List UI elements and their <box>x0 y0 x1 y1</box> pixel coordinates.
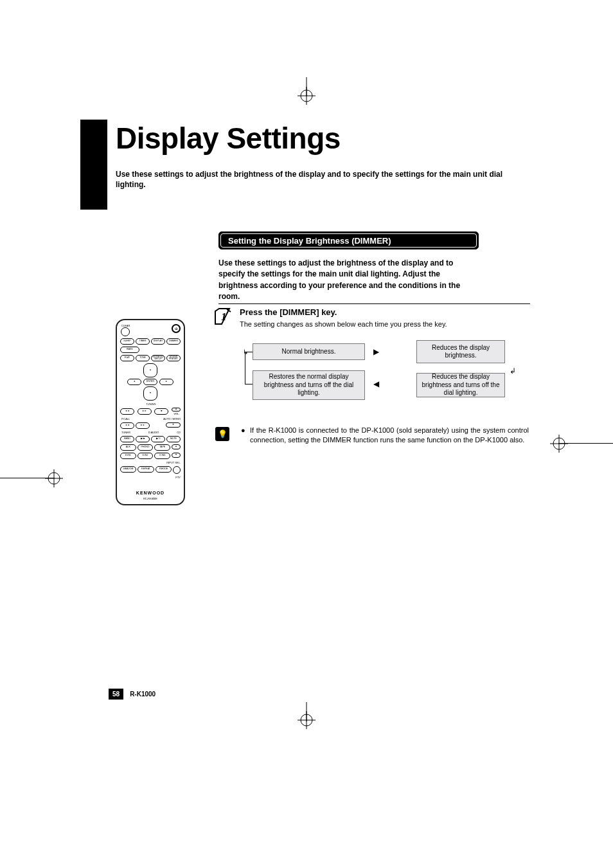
automono-label: AUTO / MONO <box>163 417 181 420</box>
step-number-icon: 1 <box>214 307 232 325</box>
crop-line <box>0 478 55 478</box>
crop-mark-left <box>45 469 63 487</box>
tuning-label: TUNING <box>121 402 181 406</box>
tape-button: TAPE <box>154 444 170 451</box>
page-footer: 58 R-K1000 <box>109 689 155 700</box>
nav-right: ► <box>159 379 173 385</box>
display-button: DISPLAY <box>151 338 165 345</box>
stop-button: ■ <box>154 408 168 415</box>
daudio-label: D.AUDIO <box>148 431 159 434</box>
tone-button: TONE <box>136 355 150 361</box>
svg-point-6 <box>48 473 60 484</box>
flat-button: FLAT <box>120 355 134 361</box>
rew-button: ◄◄ <box>120 408 134 415</box>
page-intro: Use these settings to adjust the brightn… <box>116 169 520 190</box>
remote-brand: KENWOOD <box>120 491 181 495</box>
vol-label: VOL. <box>173 412 179 415</box>
inputsel-up: ▲ <box>172 444 181 449</box>
arrow-down-icon: ↲ <box>510 366 516 375</box>
soundpreset-button: SOUND PRESET <box>166 355 181 361</box>
flow-box-restore: Restores the normal display brightness a… <box>253 370 365 400</box>
random-button: RANDOM <box>120 466 136 473</box>
nav-down: ▼ <box>143 386 157 401</box>
nav-left: ◄ <box>127 379 141 385</box>
footer-model: R-K1000 <box>130 691 155 698</box>
page-content: Display Settings Use these settings to a… <box>80 120 530 707</box>
fwd-button: ►► <box>138 408 152 415</box>
step-subtext: The setting changes as shown below each … <box>240 320 530 328</box>
band-button: BAND <box>120 436 134 442</box>
svg-point-9 <box>553 438 565 449</box>
playpause-button: ▶/ II <box>151 436 165 442</box>
clear-button <box>121 327 130 336</box>
repeat-button: REPEAT <box>138 466 154 473</box>
flow-connector <box>245 352 245 384</box>
tip-note: 💡 ● If the R-K1000 is connected to the D… <box>215 426 529 445</box>
skip-back-button: ◄◄ <box>120 422 134 429</box>
phono-button: PHONO <box>138 444 154 451</box>
pty-button <box>173 466 181 474</box>
sleep-button: SLEEP <box>120 338 134 345</box>
bullet-icon: ● <box>241 426 245 435</box>
aux-button: AUX <box>120 444 136 451</box>
dimmer-flow-diagram: ↳ Normal brightness. ▶ Reduces the displ… <box>240 337 516 413</box>
din1-button: D.IN1 <box>120 453 136 459</box>
divider <box>218 303 530 304</box>
page-title: Display Settings <box>116 121 341 156</box>
dimmer-button: DIMMER <box>166 338 181 345</box>
arrow-left-icon: ◀ <box>373 379 379 388</box>
flow-connector <box>245 384 253 384</box>
din3-button: D.IN3 <box>154 453 170 459</box>
pcall-label: P.CALL <box>121 417 130 420</box>
cd-label: CD <box>177 431 181 434</box>
bass-button: BASS <box>120 347 139 353</box>
enter-button: ENTER <box>143 379 157 385</box>
section-header: Setting the Display Brightness (DIMMER) <box>218 231 479 249</box>
loop-arrow-icon: ↳ <box>243 348 248 356</box>
tuner-label: TUNER <box>121 431 130 434</box>
remote-illustration: CLEAR ⏻ SLEEP TIMER DISPLAY DIMMER BASS … <box>116 319 185 505</box>
flow-box-reduce-off: Reduces the display brightness and turns… <box>416 373 505 397</box>
section-intro: Use these settings to adjust the brightn… <box>218 258 479 303</box>
nav-up: ▲ <box>143 363 157 377</box>
nav-pad: ▲ ◄ ENTER ► ▼ <box>120 363 181 401</box>
pty-label: PTY <box>121 476 181 479</box>
lightbulb-icon: 💡 <box>218 429 227 439</box>
mute-button: MUTE <box>166 436 181 442</box>
din2-button: D.IN2 <box>138 453 154 459</box>
chapter-tab <box>80 120 107 210</box>
vol-up: ▲ <box>172 408 181 411</box>
vol-down: ▼ <box>166 422 181 428</box>
inputsel-down: ▼ <box>172 453 181 458</box>
pmode-button: P.MODE <box>155 466 172 473</box>
flow-box-reduce: Reduces the display brightness. <box>416 340 505 363</box>
step-heading: Press the [DIMMER] key. <box>240 307 530 317</box>
power-button: ⏻ <box>172 324 181 333</box>
remote-model: RC-RK800E <box>120 497 181 500</box>
tip-text: If the R-K1000 is connected to the DP-K1… <box>250 426 529 445</box>
crop-mark-right <box>550 435 568 453</box>
power-icon: ⏻ <box>175 327 177 330</box>
step-1: 1 Press the [DIMMER] key. The setting ch… <box>217 307 530 328</box>
section-title: Setting the Display Brightness (DIMMER) <box>228 236 391 246</box>
playstop-button: ▶/■ <box>136 436 150 442</box>
arrow-right-icon: ▶ <box>373 347 379 356</box>
timer-button: TIMER <box>136 338 150 345</box>
step-number: 1 <box>221 311 227 323</box>
roomeq-button: ROOM EQ SETUP <box>151 355 165 361</box>
page-number: 58 <box>109 689 123 700</box>
crop-line <box>306 77 307 96</box>
inputsel-label: INPUT SEL. <box>121 461 181 464</box>
crop-line <box>558 443 613 444</box>
tip-icon: 💡 <box>215 427 229 441</box>
flow-box-normal: Normal brightness. <box>253 343 365 360</box>
skip-fwd-button: ►► <box>136 422 150 429</box>
